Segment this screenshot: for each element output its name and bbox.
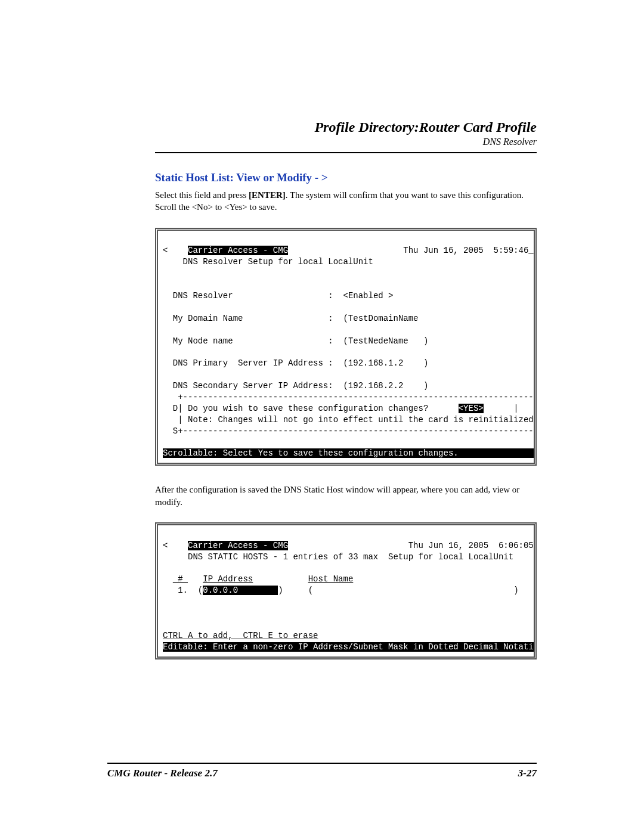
t2-timestamp: Thu Jun 16, 2005 6:06:05 bbox=[408, 541, 534, 550]
header-subtitle: DNS Resolver bbox=[155, 137, 537, 147]
t2-host-open: ( bbox=[308, 586, 313, 595]
section-title: Static Host List: View or Modify - > bbox=[155, 171, 537, 184]
t1-domain-label: My Domain Name bbox=[173, 314, 243, 323]
t2-ip-close: ) bbox=[278, 586, 283, 595]
t1-dns-resolver-label: DNS Resolver bbox=[173, 291, 233, 301]
t2-subtitle: DNS STATIC HOSTS - 1 entries of 33 max S… bbox=[188, 552, 513, 562]
header-rule bbox=[155, 152, 537, 153]
t1-dialog-l1: Do you wish to save these configuration … bbox=[183, 404, 459, 413]
t1-dialog-l1p: D| bbox=[173, 404, 183, 413]
t1-dialog-bot: ----------------------------------------… bbox=[183, 426, 537, 436]
t2-col-ip: IP Address bbox=[203, 574, 253, 584]
t1-timestamp: Thu Jun 16, 2005 5:59:46_ bbox=[403, 246, 533, 255]
t1-dialog-botp: S+ bbox=[173, 426, 183, 436]
terminal-static-hosts: < Carrier Access - CMG Thu Jun 16, 2005 … bbox=[155, 522, 537, 659]
t1-primary-label: DNS Primary Server IP Address : bbox=[173, 358, 333, 368]
header-title: Profile Directory:Router Card Profile bbox=[155, 119, 537, 135]
enter-key-label: [ENTER] bbox=[249, 190, 286, 200]
t2-title: Carrier Access - CMG bbox=[188, 541, 288, 550]
terminal-dns-resolver: < Carrier Access - CMG Thu Jun 16, 2005 … bbox=[155, 228, 537, 466]
t1-dialog-l2: Note: Changes will not go into effect un… bbox=[183, 415, 537, 425]
intro-prefix: Select this field and press bbox=[155, 190, 249, 200]
t1-dialog-top: +---------------------------------------… bbox=[178, 392, 537, 402]
t1-subtitle: DNS Resolver Setup for local LocalUnit bbox=[183, 257, 373, 267]
t1-status-bar: Scrollable: Select Yes to save these con… bbox=[163, 448, 537, 458]
t2-col-host: Host Name bbox=[308, 574, 354, 584]
footer-rule bbox=[107, 763, 537, 764]
t2-ip-open: ( bbox=[198, 586, 203, 595]
page-header: Profile Directory:Router Card Profile DN… bbox=[155, 119, 537, 147]
t2-status-bar: Editable: Enter a non-zero IP Address/Su… bbox=[163, 642, 537, 652]
t1-dialog-l2p: | bbox=[173, 415, 183, 425]
footer-page-number: 3-27 bbox=[518, 767, 537, 779]
section-intro: Select this field and press [ENTER]. The… bbox=[155, 189, 537, 213]
t1-dns-resolver-value[interactable]: <Enabled > bbox=[343, 291, 393, 301]
t1-prompt-left: < bbox=[163, 246, 168, 255]
mid-paragraph: After the configuration is saved the DNS… bbox=[155, 484, 537, 508]
t2-prompt-left: < bbox=[163, 541, 168, 550]
t1-title: Carrier Access - CMG bbox=[188, 246, 288, 255]
page-footer: CMG Router - Release 2.7 3-27 bbox=[107, 758, 537, 779]
t1-node-value[interactable]: (TestNedeName ) bbox=[343, 336, 428, 346]
t2-col-num: # bbox=[173, 574, 188, 584]
t1-secondary-label: DNS Secondary Server IP Address: bbox=[173, 381, 333, 391]
t1-node-label: My Node name bbox=[173, 336, 233, 346]
t2-host-close: ) bbox=[513, 586, 518, 595]
yes-button[interactable]: <YES> bbox=[459, 404, 484, 413]
t2-hint: CTRL A to add, CTRL E to erase bbox=[163, 631, 318, 640]
footer-left: CMG Router - Release 2.7 bbox=[107, 767, 218, 779]
t2-row-num: 1. bbox=[178, 586, 188, 595]
t1-primary-value[interactable]: (192.168.1.2 ) bbox=[343, 358, 428, 368]
t1-secondary-value[interactable]: (192.168.2.2 ) bbox=[343, 381, 428, 391]
t1-dialog-l1s: | bbox=[484, 404, 519, 413]
t2-ip-input[interactable]: 0.0.0.0 bbox=[203, 586, 278, 595]
t1-domain-value[interactable]: (TestDomainName bbox=[343, 314, 418, 323]
